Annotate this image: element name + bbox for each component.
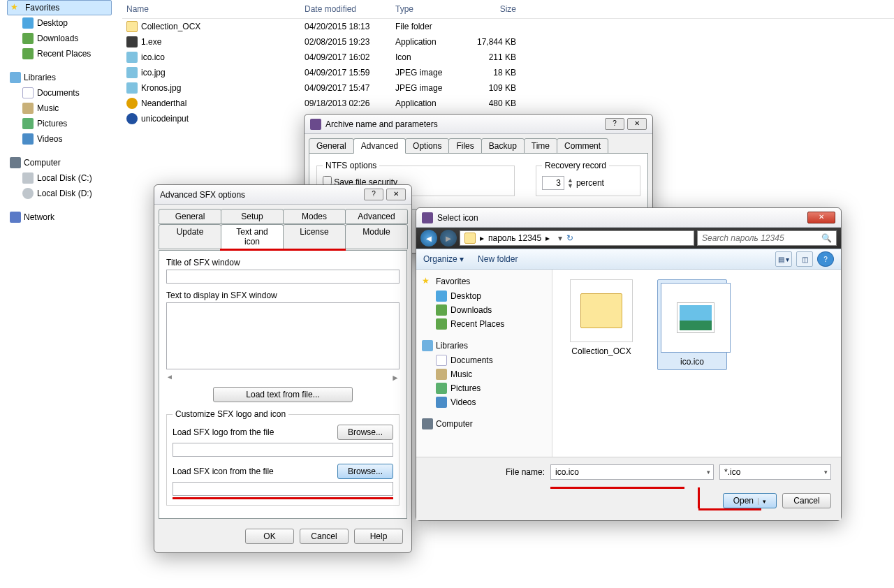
sfx-tab-advanced[interactable]: Advanced — [345, 209, 408, 224]
col-date[interactable]: Date modified — [300, 3, 391, 15]
table-row[interactable]: Neanderthal09/18/2013 02:26Application48… — [122, 96, 894, 111]
tab-options[interactable]: Options — [405, 138, 449, 154]
open-body: ★Favorites Desktop Downloads Recent Plac… — [416, 270, 841, 457]
network-icon — [10, 212, 21, 223]
close-button[interactable]: ✕ — [386, 189, 406, 200]
ntfs-legend: NTFS options — [323, 161, 379, 170]
sfx-tab-update[interactable]: Update — [159, 224, 221, 249]
icon-path-input[interactable] — [173, 482, 393, 496]
open-footer: File name: ico.ico *.ico Open Cancel — [416, 457, 841, 520]
table-row[interactable]: Kronos.jpg04/09/2017 15:47JPEG image109 … — [122, 80, 894, 96]
opennav-favorites[interactable]: ★Favorites — [422, 274, 546, 289]
pictures-icon — [22, 118, 34, 129]
view-mode-button[interactable]: ▤ ▾ — [775, 251, 792, 267]
nav-documents[interactable]: Documents — [7, 85, 112, 101]
ok-button[interactable]: OK — [245, 529, 294, 544]
tab-comment[interactable]: Comment — [557, 138, 608, 154]
cancel-button[interactable]: Cancel — [300, 529, 349, 544]
file-item-ico[interactable]: ico.ico — [657, 279, 727, 370]
archive-dialog-titlebar[interactable]: Archive name and parameters ? ✕ — [305, 115, 652, 134]
sfx-tab-license[interactable]: License — [283, 224, 346, 249]
opennav-desktop[interactable]: Desktop — [422, 289, 546, 303]
sfx-titlebar[interactable]: Advanced SFX options ? ✕ — [154, 185, 411, 205]
file-icon — [126, 113, 138, 124]
opennav-downloads[interactable]: Downloads — [422, 303, 546, 317]
open-file-pane[interactable]: Collection_OCX ico.ico — [552, 270, 841, 457]
filter-combo[interactable]: *.ico — [719, 464, 831, 480]
open-button[interactable]: Open — [723, 493, 777, 508]
nav-downloads[interactable]: Downloads — [7, 31, 112, 46]
chevron-down-icon[interactable]: ▾ — [558, 233, 562, 243]
col-type[interactable]: Type — [391, 3, 468, 15]
organize-button[interactable]: Organize ▾ — [423, 254, 464, 264]
table-row[interactable]: ico.jpg04/09/2017 15:59JPEG image18 KB — [122, 65, 894, 80]
nav-videos[interactable]: Videos — [7, 131, 112, 147]
opennav-recent[interactable]: Recent Places — [422, 317, 546, 331]
nav-favorites-label: Favorites — [25, 3, 59, 13]
sfx-tab-modes[interactable]: Modes — [283, 209, 346, 224]
cancel-button[interactable]: Cancel — [782, 493, 831, 508]
sfx-title-input[interactable] — [166, 270, 400, 284]
sfx-text-input[interactable] — [166, 302, 400, 369]
search-input[interactable]: Search пароль 12345 🔍 — [697, 230, 837, 246]
address-bar[interactable]: ▸ пароль 12345 ▸ ▾ ↻ — [460, 230, 694, 246]
browse-logo-button[interactable]: Browse... — [337, 425, 393, 440]
table-row[interactable]: Collection_OCX04/20/2015 18:13File folde… — [122, 19, 894, 34]
load-text-button[interactable]: Load text from file... — [213, 387, 353, 402]
scrollbar-stub[interactable]: ◄► — [166, 373, 400, 383]
col-size[interactable]: Size — [468, 3, 520, 15]
sfx-tab-text-and-icon[interactable]: Text and icon — [221, 224, 284, 249]
nav-libraries[interactable]: Libraries — [7, 70, 112, 85]
winrar-icon — [310, 119, 321, 130]
open-titlebar[interactable]: Select icon ✕ — [416, 208, 841, 228]
col-name[interactable]: Name — [122, 3, 300, 15]
help-button[interactable]: ? — [364, 189, 383, 200]
stepper-icon[interactable]: ▲▼ — [567, 177, 573, 189]
nav-computer[interactable]: Computer — [7, 155, 112, 170]
help-button[interactable]: ? — [605, 118, 624, 130]
refresh-icon[interactable]: ↻ — [566, 233, 573, 243]
sfx-tab-module[interactable]: Module — [345, 224, 408, 249]
sfx-tab-setup[interactable]: Setup — [221, 209, 284, 224]
help-button[interactable]: Help — [354, 529, 403, 544]
opennav-computer[interactable]: Computer — [422, 416, 546, 432]
documents-icon — [436, 355, 447, 366]
recovery-value[interactable] — [542, 176, 564, 190]
nav-pictures[interactable]: Pictures — [7, 116, 112, 131]
close-button[interactable]: ✕ — [807, 212, 835, 223]
nav-music[interactable]: Music — [7, 101, 112, 116]
nav-disk-c[interactable]: Local Disk (C:) — [7, 170, 112, 186]
new-folder-button[interactable]: New folder — [478, 254, 518, 264]
opennav-music[interactable]: Music — [422, 367, 546, 381]
nav-back-button[interactable]: ◄ — [420, 230, 437, 247]
breadcrumb[interactable]: пароль 12345 — [488, 233, 541, 243]
nav-desktop[interactable]: Desktop — [7, 15, 112, 31]
tab-advanced[interactable]: Advanced — [353, 138, 406, 154]
preview-pane-button[interactable]: ◫ — [796, 251, 813, 267]
tab-backup[interactable]: Backup — [481, 138, 525, 154]
help-icon[interactable]: ? — [817, 251, 834, 267]
table-row[interactable]: 1.exe02/08/2015 19:23Application17,844 K… — [122, 34, 894, 50]
nav-forward-button[interactable]: ► — [440, 230, 457, 247]
file-date: 09/18/2013 02:26 — [300, 98, 391, 109]
opennav-videos[interactable]: Videos — [422, 395, 546, 409]
table-row[interactable]: ico.ico04/09/2017 16:02Icon211 KB — [122, 50, 894, 65]
browse-icon-button[interactable]: Browse... — [337, 464, 393, 479]
tab-time[interactable]: Time — [524, 138, 557, 154]
tab-files[interactable]: Files — [448, 138, 481, 154]
opennav-documents[interactable]: Documents — [422, 353, 546, 367]
logo-path-input[interactable] — [173, 443, 393, 457]
opennav-pictures[interactable]: Pictures — [422, 381, 546, 395]
archive-tabs: General Advanced Options Files Backup Ti… — [305, 134, 652, 154]
file-list-header[interactable]: Name Date modified Type Size — [122, 0, 894, 19]
opennav-libraries[interactable]: Libraries — [422, 338, 546, 353]
tab-general[interactable]: General — [309, 138, 354, 154]
close-button[interactable]: ✕ — [627, 118, 647, 130]
filename-combo[interactable]: ico.ico — [550, 464, 714, 480]
nav-disk-d[interactable]: Local Disk (D:) — [7, 186, 112, 201]
file-item-folder[interactable]: Collection_OCX — [566, 279, 636, 356]
nav-network[interactable]: Network — [7, 210, 112, 225]
sfx-tab-general[interactable]: General — [159, 209, 221, 224]
nav-favorites[interactable]: ★ Favorites — [7, 0, 112, 15]
nav-recent-places[interactable]: Recent Places — [7, 46, 112, 61]
